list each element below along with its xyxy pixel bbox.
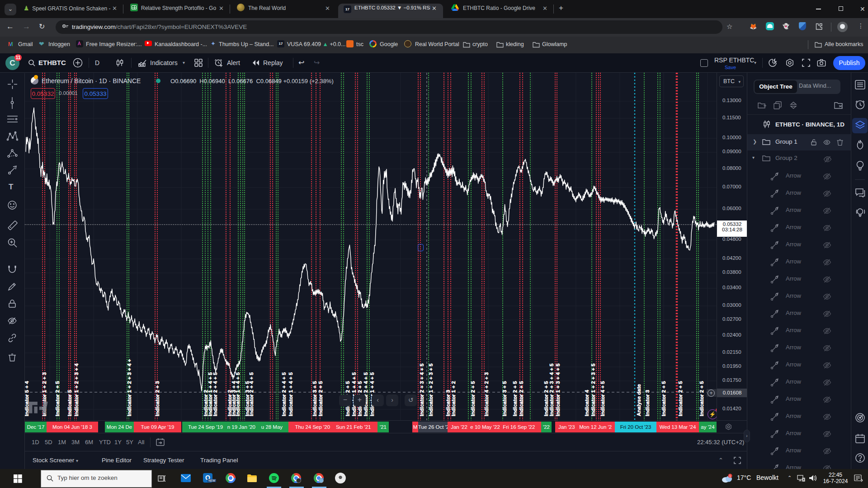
svg-text:Indicator 3 + 5: Indicator 3 + 5 (502, 381, 507, 416)
svg-text:Indicator 2 + 4 + 5: Indicator 2 + 4 + 5 (249, 372, 254, 416)
svg-text:Indicator 4 + 2 + 3: Indicator 4 + 2 + 3 (484, 372, 489, 416)
svg-text:Indicator 2 + 3: Indicator 2 + 3 (155, 381, 160, 416)
svg-text:Indicator 2 + 5: Indicator 2 + 5 (699, 381, 704, 416)
svg-text:Indicator 2 + 4 + 5: Indicator 2 + 4 + 5 (212, 372, 218, 416)
svg-text:Indicator 1 + 2 + 3 + 4: Indicator 1 + 2 + 3 + 4 (74, 363, 79, 416)
svg-text:Indicator 1 + 4 + 5: Indicator 1 + 4 + 5 (288, 372, 293, 416)
svg-text:Indicator 2 + 5: Indicator 2 + 5 (470, 381, 476, 416)
svg-text:Indicator 2 + 5: Indicator 2 + 5 (55, 381, 60, 416)
svg-text:Indicator 2 + 3 + 4 + 5: Indicator 2 + 3 + 4 + 5 (549, 363, 554, 416)
svg-text:Indicator 2 + 5: Indicator 2 + 5 (512, 381, 518, 416)
svg-text:Indicator 1 + 2 + 3 + 4 +: Indicator 1 + 2 + 3 + 4 + (127, 359, 132, 416)
svg-text:1: 1 (729, 474, 731, 478)
svg-text:Analyse date: Analyse date (636, 384, 642, 416)
svg-text:Indicator 3: Indicator 3 (445, 390, 451, 416)
svg-text:Indicator 2 + 4 + 5: Indicator 2 + 4 + 5 (281, 372, 287, 416)
svg-text:Indicator 4 + 5: Indicator 4 + 5 (600, 381, 605, 416)
svg-text:Indicator 1 + 3 + 4 + 5: Indicator 1 + 3 + 4 + 5 (555, 363, 561, 416)
svg-text:Indicator 2 + 5: Indicator 2 + 5 (678, 381, 683, 416)
svg-text:Indicator 2 + 5: Indicator 2 + 5 (318, 381, 323, 416)
svg-text:Indicator 5 + 4: Indicator 5 + 4 (25, 381, 29, 416)
svg-text:Indicator 2 + 5: Indicator 2 + 5 (519, 381, 524, 416)
svg-text:Indicator 5: Indicator 5 (67, 389, 72, 416)
svg-text:Indicator 3: Indicator 3 (645, 390, 650, 416)
svg-text:Indicator 2 + 3 + 4 + 5: Indicator 2 + 3 + 4 + 5 (419, 363, 425, 416)
svg-text:Indicator 3 + 5: Indicator 3 + 5 (312, 381, 317, 416)
svg-text:Indicator 1 + 4 + 5: Indicator 1 + 4 + 5 (235, 372, 241, 416)
svg-text:Indicator 2 + 4 + 5: Indicator 2 + 4 + 5 (363, 372, 368, 416)
svg-text:Indicator 4: Indicator 4 (584, 389, 590, 416)
svg-text:Indicator 2 + 5: Indicator 2 + 5 (661, 381, 666, 416)
svg-text:Indicator 1 + 2: Indicator 1 + 2 (451, 381, 456, 416)
svg-text:Indicator 2 + 5: Indicator 2 + 5 (543, 381, 549, 416)
svg-text:Indicator 1 + 2 + 3 + 5: Indicator 1 + 2 + 3 + 5 (590, 363, 596, 416)
svg-text:Indicator 1 + 2 + 3 + 5: Indicator 1 + 2 + 3 + 5 (428, 363, 434, 416)
